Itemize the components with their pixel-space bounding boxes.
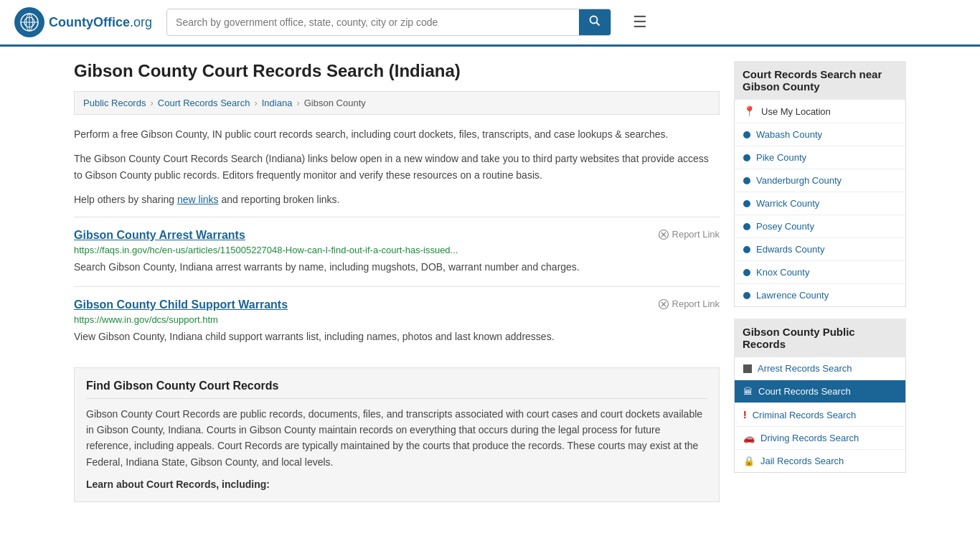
logo-icon xyxy=(14,7,44,37)
jail-records-link[interactable]: 🔒 Jail Records Search xyxy=(735,450,905,472)
link-card-child-support: Gibson County Child Support Warrants Rep… xyxy=(74,286,720,356)
car-icon: 🚗 xyxy=(743,433,755,443)
child-support-url: https://www.in.gov/dcs/support.htm xyxy=(74,314,720,325)
nearby-links-list: 📍 Use My Location Wabash County Pike Cou… xyxy=(734,100,906,307)
arrest-warrants-url: https://faqs.in.gov/hc/en-us/articles/11… xyxy=(74,245,720,255)
use-location-link[interactable]: 📍 Use My Location xyxy=(735,100,905,123)
breadcrumb-sep-2: › xyxy=(254,98,257,108)
find-section-text: Gibson County Court Records are public r… xyxy=(86,406,707,471)
child-support-title[interactable]: Gibson County Child Support Warrants xyxy=(74,298,288,311)
svg-point-5 xyxy=(590,17,598,24)
lock-icon: 🔒 xyxy=(743,456,755,466)
description-1: Perform a free Gibson County, IN public … xyxy=(74,126,720,142)
sidebar-item-criminal-records[interactable]: ! Criminal Records Search xyxy=(735,403,905,427)
sidebar: Court Records Search near Gibson County … xyxy=(734,61,906,502)
building-icon: 🏛 xyxy=(743,386,753,397)
vanderburgh-link[interactable]: Vanderburgh County xyxy=(735,169,905,192)
breadcrumb-indiana[interactable]: Indiana xyxy=(262,98,293,108)
breadcrumb: Public Records › Court Records Search › … xyxy=(74,91,720,115)
link-card-header-2: Gibson County Child Support Warrants Rep… xyxy=(74,298,720,311)
dot-icon-wabash xyxy=(743,131,750,138)
main-content: Gibson County Court Records Search (Indi… xyxy=(74,61,720,502)
dot-icon-lawrence xyxy=(743,292,750,299)
public-records-list: Arrest Records Search 🏛 Court Records Se… xyxy=(734,357,906,473)
report-link-btn-1[interactable]: Report Link xyxy=(658,229,720,240)
new-links-link[interactable]: new links xyxy=(177,194,219,205)
sidebar-item-pike[interactable]: Pike County xyxy=(735,146,905,169)
knox-link[interactable]: Knox County xyxy=(735,261,905,283)
dot-icon-edwards xyxy=(743,246,750,253)
find-section: Find Gibson County Court Records Gibson … xyxy=(74,367,720,503)
search-input[interactable] xyxy=(167,11,579,34)
square-icon-arrest xyxy=(743,364,752,373)
public-records-title: Gibson County Public Records xyxy=(734,319,906,357)
sidebar-item-knox[interactable]: Knox County xyxy=(735,261,905,284)
find-section-title: Find Gibson County Court Records xyxy=(86,380,707,399)
description-2: The Gibson County Court Records Search (… xyxy=(74,151,720,183)
breadcrumb-public-records[interactable]: Public Records xyxy=(83,98,146,108)
link-card-arrest-warrants: Gibson County Arrest Warrants Report Lin… xyxy=(74,217,720,286)
warrick-link[interactable]: Warrick County xyxy=(735,192,905,215)
logo-link[interactable]: CountyOffice.org xyxy=(14,7,152,37)
nearby-section-title: Court Records Search near Gibson County xyxy=(734,61,906,100)
criminal-records-link[interactable]: ! Criminal Records Search xyxy=(735,403,905,426)
page-container: Gibson County Court Records Search (Indi… xyxy=(60,47,920,517)
sidebar-item-lawrence[interactable]: Lawrence County xyxy=(735,284,905,306)
public-records-section: Gibson County Public Records Arrest Reco… xyxy=(734,319,906,473)
sidebar-item-court-records[interactable]: 🏛 Court Records Search xyxy=(735,380,905,403)
sidebar-item-vanderburgh[interactable]: Vanderburgh County xyxy=(735,169,905,192)
child-support-desc: View Gibson County, Indiana child suppor… xyxy=(74,329,720,344)
wabash-link[interactable]: Wabash County xyxy=(735,123,905,146)
sidebar-item-posey[interactable]: Posey County xyxy=(735,215,905,238)
report-link-btn-2[interactable]: Report Link xyxy=(658,298,720,310)
breadcrumb-current: Gibson County xyxy=(304,98,366,108)
description-3: Help others by sharing new links and rep… xyxy=(74,192,720,207)
breadcrumb-court-records[interactable]: Court Records Search xyxy=(158,98,250,108)
pike-link[interactable]: Pike County xyxy=(735,146,905,169)
lawrence-link[interactable]: Lawrence County xyxy=(735,284,905,306)
posey-link[interactable]: Posey County xyxy=(735,215,905,237)
dot-icon-knox xyxy=(743,269,750,276)
sidebar-item-driving-records[interactable]: 🚗 Driving Records Search xyxy=(735,427,905,450)
breadcrumb-sep-3: › xyxy=(296,98,299,108)
sidebar-item-jail-records[interactable]: 🔒 Jail Records Search xyxy=(735,450,905,472)
svg-line-6 xyxy=(597,23,600,26)
arrest-warrants-desc: Search Gibson County, Indiana arrest war… xyxy=(74,260,720,275)
search-bar xyxy=(166,9,611,36)
sidebar-item-warrick[interactable]: Warrick County xyxy=(735,192,905,215)
hamburger-button[interactable]: ☰ xyxy=(633,13,647,32)
link-card-header-1: Gibson County Arrest Warrants Report Lin… xyxy=(74,229,720,242)
dot-icon-posey xyxy=(743,223,750,230)
sidebar-item-use-location[interactable]: 📍 Use My Location xyxy=(735,100,905,123)
arrest-warrants-title[interactable]: Gibson County Arrest Warrants xyxy=(74,229,245,242)
exclaim-icon: ! xyxy=(743,409,747,420)
dot-icon-vanderburgh xyxy=(743,177,750,184)
nearby-section: Court Records Search near Gibson County … xyxy=(734,61,906,307)
learn-title: Learn about Court Records, including: xyxy=(86,479,707,490)
sidebar-item-wabash[interactable]: Wabash County xyxy=(735,123,905,146)
dot-icon-pike xyxy=(743,154,750,161)
edwards-link[interactable]: Edwards County xyxy=(735,238,905,260)
page-title: Gibson County Court Records Search (Indi… xyxy=(74,61,720,81)
search-button[interactable] xyxy=(579,9,611,35)
court-records-link[interactable]: 🏛 Court Records Search xyxy=(735,380,905,402)
dot-icon-warrick xyxy=(743,200,750,207)
breadcrumb-sep-1: › xyxy=(150,98,153,108)
arrest-records-link[interactable]: Arrest Records Search xyxy=(735,357,905,380)
driving-records-link[interactable]: 🚗 Driving Records Search xyxy=(735,427,905,449)
pin-icon: 📍 xyxy=(743,105,755,117)
logo-text: CountyOffice.org xyxy=(49,15,152,30)
sidebar-item-edwards[interactable]: Edwards County xyxy=(735,238,905,261)
sidebar-item-arrest-records[interactable]: Arrest Records Search xyxy=(735,357,905,380)
site-header: CountyOffice.org ☰ xyxy=(0,0,980,47)
